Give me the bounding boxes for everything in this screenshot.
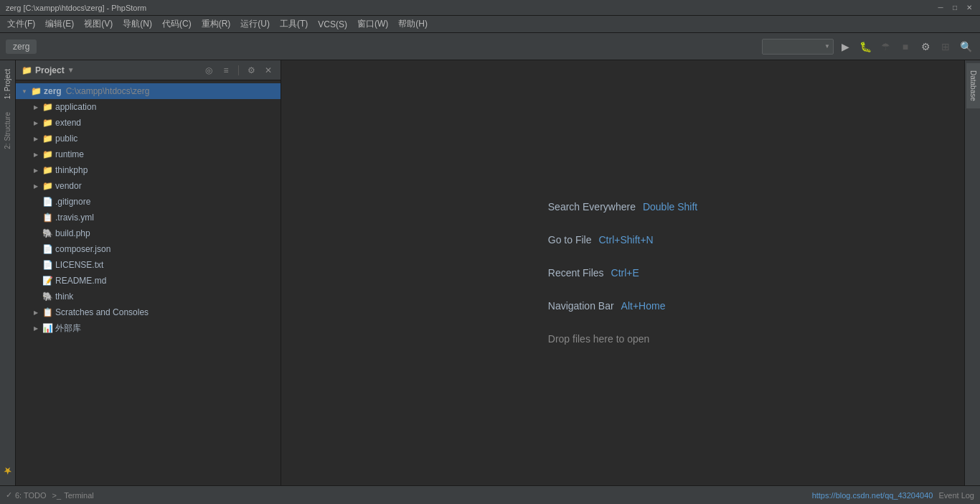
runtime-folder-icon: 📁 — [42, 149, 53, 160]
settings-gear-button[interactable]: ⚙ — [245, 64, 258, 77]
thinkphp-label: thinkphp — [55, 165, 88, 175]
run-config-dropdown[interactable]: ▼ — [762, 39, 834, 55]
title-bar: zerg [C:\xampp\htdocs\zerg] - PhpStorm ─… — [0, 0, 980, 16]
sidebar-tab-project[interactable]: 1: Project — [1, 63, 14, 105]
tree-item-license[interactable]: 📄 LICENSE.txt — [16, 257, 281, 273]
license-icon: 📄 — [42, 259, 53, 271]
project-dropdown-arrow[interactable]: ▼ — [67, 66, 75, 74]
terminal-icon: >_ — [52, 491, 62, 500]
tree-item-build[interactable]: 🐘 build.php — [16, 225, 281, 241]
menu-refactor[interactable]: 重构(R) — [197, 17, 235, 32]
settings-button[interactable]: ⚙ — [917, 38, 934, 55]
maximize-button[interactable]: □ — [950, 3, 960, 13]
tree-item-readme[interactable]: 📝 README.md — [16, 273, 281, 289]
gitignore-icon: 📄 — [42, 196, 53, 207]
drop-files-label: Drop files here to open — [548, 333, 650, 345]
menu-view[interactable]: 视图(V) — [80, 17, 117, 32]
project-title: 📁 Project ▼ — [22, 65, 75, 75]
menu-edit[interactable]: 编辑(E) — [41, 17, 78, 32]
menu-vcs[interactable]: VCS(S) — [314, 18, 352, 31]
license-label: LICENSE.txt — [55, 260, 103, 270]
public-arrow: ▶ — [30, 133, 42, 144]
public-label: public — [55, 134, 77, 144]
travis-icon: 📋 — [42, 212, 53, 223]
application-label: application — [55, 102, 96, 112]
status-bar: ✓ 6: TODO >_ Terminal https://blog.csdn.… — [0, 485, 980, 504]
tree-root[interactable]: ▼ 📁 zerg C:\xampp\htdocs\zerg — [16, 83, 281, 99]
menu-code[interactable]: 代码(C) — [158, 17, 196, 32]
readme-icon: 📝 — [42, 275, 53, 286]
sidebar-tab-structure[interactable]: 2: Structure — [1, 106, 14, 155]
close-panel-button[interactable]: ✕ — [262, 64, 275, 77]
root-arrow: ▼ — [19, 85, 30, 97]
editor-area: Search Everywhere Double Shift Go to Fil… — [281, 60, 964, 485]
tree-item-extend[interactable]: ▶ 📁 extend — [16, 115, 281, 131]
menu-bar: 文件(F) 编辑(E) 视图(V) 导航(N) 代码(C) 重构(R) 运行(U… — [0, 16, 980, 33]
menu-file[interactable]: 文件(F) — [3, 17, 39, 32]
search-everywhere-button[interactable]: 🔍 — [957, 38, 974, 55]
status-url[interactable]: https://blog.csdn.net/qq_43204040 — [812, 491, 933, 500]
build-button[interactable]: ⊞ — [937, 38, 954, 55]
database-tab[interactable]: Database — [965, 63, 980, 108]
build-label: build.php — [55, 228, 90, 238]
root-path: C:\xampp\htdocs\zerg — [66, 86, 150, 96]
sidebar-tab-favorites[interactable]: ★ — [0, 459, 16, 485]
todo-icon: ✓ — [6, 490, 12, 500]
tree-item-runtime[interactable]: ▶ 📁 runtime — [16, 146, 281, 162]
debug-button[interactable]: 🐛 — [857, 38, 874, 55]
thinkphp-folder-icon: 📁 — [42, 164, 53, 176]
tree-item-application[interactable]: ▶ 📁 application — [16, 99, 281, 115]
header-separator — [238, 65, 239, 75]
scratches-icon: 📋 — [42, 307, 53, 318]
window-controls: ─ □ ✕ — [936, 3, 974, 13]
main-layout: 1: Project 2: Structure ★ 📁 Project ▼ ◎ … — [0, 60, 980, 485]
application-arrow: ▶ — [30, 101, 42, 113]
project-header: 📁 Project ▼ ◎ ≡ ⚙ ✕ — [16, 60, 281, 80]
shortcut-goto-file: Go to File Ctrl+Shift+N — [548, 234, 654, 246]
minimize-button[interactable]: ─ — [936, 3, 946, 13]
todo-tab[interactable]: ✓ 6: TODO — [6, 490, 47, 500]
collapse-all-button[interactable]: ≡ — [220, 64, 232, 77]
external-libs-label: 外部库 — [55, 322, 81, 335]
file-tree[interactable]: ▼ 📁 zerg C:\xampp\htdocs\zerg ▶ 📁 applic… — [16, 80, 281, 485]
locate-file-button[interactable]: ◎ — [202, 64, 215, 77]
project-folder-icon: 📁 — [22, 65, 32, 75]
extend-label: extend — [55, 118, 81, 128]
run-button[interactable]: ▶ — [837, 38, 854, 55]
tree-item-composer[interactable]: 📄 composer.json — [16, 241, 281, 257]
menu-run[interactable]: 运行(U) — [236, 17, 274, 32]
tree-item-travis[interactable]: 📋 .travis.yml — [16, 210, 281, 225]
close-button[interactable]: ✕ — [964, 3, 974, 13]
runtime-arrow: ▶ — [30, 149, 42, 160]
build-icon: 🐘 — [42, 228, 53, 239]
tree-item-gitignore[interactable]: 📄 .gitignore — [16, 194, 281, 210]
tree-item-thinkphp[interactable]: ▶ 📁 thinkphp — [16, 162, 281, 178]
goto-file-label: Go to File — [548, 234, 592, 246]
runtime-label: runtime — [55, 149, 84, 159]
coverage-button[interactable]: ☂ — [877, 38, 894, 55]
vendor-folder-icon: 📁 — [42, 180, 53, 192]
tree-item-vendor[interactable]: ▶ 📁 vendor — [16, 178, 281, 194]
breadcrumb-tab[interactable]: zerg — [6, 39, 37, 54]
status-log[interactable]: Event Log — [938, 491, 974, 500]
extend-folder-icon: 📁 — [42, 117, 53, 129]
tree-item-public[interactable]: ▶ 📁 public — [16, 131, 281, 146]
project-label: Project — [35, 65, 65, 75]
left-sidebar-tabs: 1: Project 2: Structure ★ — [0, 60, 16, 485]
think-label: think — [55, 291, 73, 302]
tree-item-scratches[interactable]: ▶ 📋 Scratches and Consoles — [16, 304, 281, 320]
menu-tools[interactable]: 工具(T) — [275, 17, 312, 32]
gitignore-label: .gitignore — [55, 197, 90, 207]
composer-label: composer.json — [55, 244, 110, 254]
shortcut-recent-files: Recent Files Ctrl+E — [548, 267, 639, 279]
menu-help[interactable]: 帮助(H) — [394, 17, 432, 32]
toolbar: zerg ▼ ▶ 🐛 ☂ ■ ⚙ ⊞ 🔍 — [0, 33, 980, 60]
tree-item-think[interactable]: 🐘 think — [16, 289, 281, 304]
search-key: Double Shift — [643, 201, 697, 213]
menu-window[interactable]: 窗口(W) — [353, 17, 392, 32]
menu-navigate[interactable]: 导航(N) — [118, 17, 156, 32]
shortcut-nav-bar: Navigation Bar Alt+Home — [548, 300, 666, 312]
tree-item-external-libs[interactable]: ▶ 📊 外部库 — [16, 320, 281, 336]
stop-button[interactable]: ■ — [897, 38, 914, 55]
terminal-tab[interactable]: >_ Terminal — [52, 491, 94, 500]
